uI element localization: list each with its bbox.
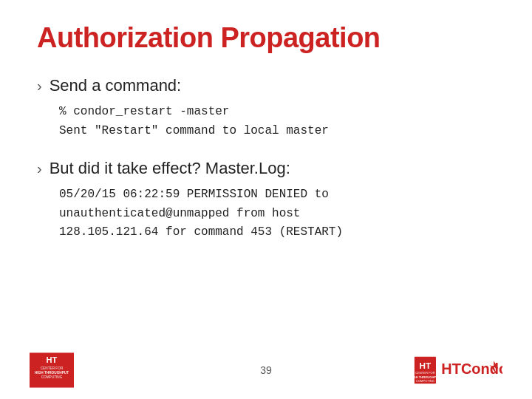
ht-logo: HT CENTER FOR HIGH THROUGHPUT COMPUTING [30, 352, 74, 388]
bullet-item-1: › Send a command: [37, 76, 495, 95]
svg-text:HIGH THROUGHPUT: HIGH THROUGHPUT [35, 371, 69, 375]
svg-text:HT: HT [47, 355, 58, 364]
slide-title: Authorization Propagation [37, 22, 495, 54]
svg-text:COMPUTING: COMPUTING [416, 379, 434, 383]
code-block-2: 05/20/15 06:22:59 PERMISSION DENIED to u… [59, 185, 495, 242]
svg-text:CENTER FOR: CENTER FOR [41, 366, 64, 370]
page-number: 39 [260, 364, 272, 376]
bullet-arrow-2: › [37, 160, 42, 177]
bullet-item-2: › But did it take effect? Master.Log: [37, 159, 495, 178]
footer: HT CENTER FOR HIGH THROUGHPUT COMPUTING … [0, 352, 532, 388]
bullet-arrow-1: › [37, 78, 42, 95]
svg-text:COMPUTING: COMPUTING [41, 375, 63, 379]
footer-left: HT CENTER FOR HIGH THROUGHPUT COMPUTING [30, 352, 74, 388]
code-block-1: % condor_restart -master Sent "Restart" … [59, 103, 495, 140]
htcondor-logo: HT CENTER FOR HIGH THROUGHPUT COMPUTING … [414, 355, 502, 385]
bullet-text-1: Send a command: [50, 76, 182, 95]
slide: Authorization Propagation › Send a comma… [0, 0, 532, 399]
svg-text:HIGH THROUGHPUT: HIGH THROUGHPUT [414, 375, 440, 379]
bullet-text-2: But did it take effect? Master.Log: [50, 159, 290, 178]
svg-text:HT: HT [420, 361, 432, 371]
svg-text:CENTER FOR: CENTER FOR [415, 371, 435, 375]
